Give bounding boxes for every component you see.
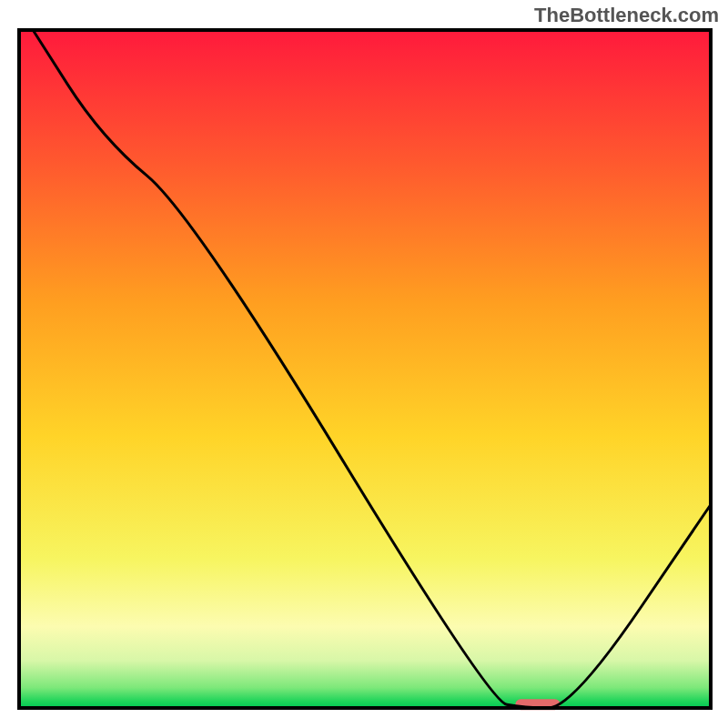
watermark-label: TheBottleneck.com [534, 4, 719, 27]
plot-background [19, 30, 711, 708]
chart-container: TheBottleneck.com [0, 0, 728, 728]
bottleneck-chart [0, 0, 728, 728]
